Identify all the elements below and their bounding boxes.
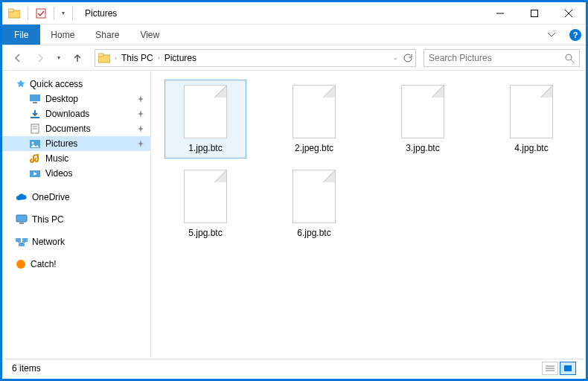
tab-share[interactable]: Share <box>85 25 130 45</box>
search-icon[interactable] <box>564 53 575 63</box>
sidebar-catch[interactable]: Catch! <box>2 257 150 272</box>
content-area: Quick access DesktopDownloadsDocumentsPi… <box>2 71 586 357</box>
pin-icon <box>137 125 144 132</box>
svg-rect-23 <box>22 238 28 242</box>
pin-icon <box>137 140 144 147</box>
catch-icon <box>16 259 26 269</box>
file-view[interactable]: 1.jpg.btc2.jpeg.btc3.jpg.btc4.jpg.btc5.j… <box>151 71 586 357</box>
file-item[interactable]: 4.jpg.btc <box>490 80 572 159</box>
file-thumbnail <box>184 170 227 223</box>
sidebar-item-label: Desktop <box>45 94 78 104</box>
file-item[interactable]: 5.jpg.btc <box>164 164 246 243</box>
svg-rect-21 <box>19 222 24 224</box>
svg-line-26 <box>22 242 25 243</box>
sidebar-item-label: Videos <box>45 168 72 179</box>
separator <box>54 7 54 20</box>
ribbon: File Home Share View ? <box>2 25 586 45</box>
close-button[interactable] <box>552 2 586 25</box>
sidebar-item-label: Music <box>45 153 68 164</box>
downloads-icon <box>29 109 41 119</box>
file-thumbnail <box>184 85 227 138</box>
back-button[interactable] <box>8 48 28 68</box>
title-bar: ▾ Pictures <box>2 2 586 25</box>
file-thumbnail <box>293 85 336 138</box>
forward-button[interactable] <box>31 48 50 68</box>
svg-point-27 <box>16 260 25 269</box>
breadcrumb-current[interactable]: Pictures <box>164 53 196 63</box>
svg-rect-31 <box>564 365 572 371</box>
sidebar-network[interactable]: Network <box>2 234 150 249</box>
svg-rect-2 <box>36 9 45 18</box>
sidebar-onedrive[interactable]: OneDrive <box>2 190 150 205</box>
window-controls <box>483 2 586 25</box>
file-name: 2.jpeg.btc <box>295 143 333 153</box>
star-icon <box>16 79 26 89</box>
properties-icon[interactable] <box>36 8 46 19</box>
pin-icon <box>137 110 144 118</box>
folder-icon <box>98 53 110 63</box>
details-view-button[interactable] <box>542 362 558 375</box>
sidebar-item-pictures[interactable]: Pictures <box>2 136 150 151</box>
address-bar[interactable]: › This PC › Pictures ⌵ <box>95 49 416 67</box>
expand-ribbon-button[interactable] <box>538 25 565 45</box>
svg-point-9 <box>566 54 572 60</box>
sidebar-item-videos[interactable]: Videos <box>2 166 150 181</box>
help-button[interactable]: ? <box>565 25 586 45</box>
videos-icon <box>29 168 41 179</box>
svg-rect-22 <box>16 238 21 242</box>
quick-access-header[interactable]: Quick access <box>2 77 150 92</box>
quick-access-label: Quick access <box>30 79 83 89</box>
svg-rect-4 <box>531 10 538 16</box>
chevron-right-icon[interactable]: › <box>158 54 160 62</box>
computer-icon <box>16 214 28 225</box>
item-count: 6 items <box>12 363 41 374</box>
file-name: 6.jpg.btc <box>297 228 330 238</box>
sidebar-thispc[interactable]: This PC <box>2 212 150 227</box>
file-name: 3.jpg.btc <box>406 143 439 153</box>
svg-rect-20 <box>16 215 27 222</box>
sidebar-item-label: Pictures <box>45 138 77 149</box>
navigation-bar: ▾ › This PC › Pictures ⌵ <box>2 45 586 71</box>
svg-rect-1 <box>8 9 13 12</box>
up-button[interactable] <box>68 48 87 68</box>
sidebar-item-music[interactable]: Music <box>2 151 150 166</box>
svg-rect-12 <box>33 102 37 103</box>
desktop-icon <box>29 94 41 104</box>
chevron-right-icon[interactable]: › <box>115 54 117 62</box>
file-thumbnail <box>401 85 444 138</box>
status-bar: 6 items <box>4 359 584 377</box>
sidebar-item-documents[interactable]: Documents <box>2 121 150 136</box>
cloud-icon <box>16 193 28 202</box>
minimize-button[interactable] <box>483 2 517 25</box>
recent-dropdown[interactable]: ▾ <box>53 48 65 68</box>
network-icon <box>16 237 28 247</box>
file-item[interactable]: 2.jpeg.btc <box>273 80 355 159</box>
file-tab[interactable]: File <box>2 25 40 45</box>
documents-icon <box>29 124 41 134</box>
svg-rect-13 <box>31 117 39 118</box>
sidebar-item-label: Downloads <box>45 109 89 119</box>
svg-rect-11 <box>30 95 40 101</box>
svg-point-18 <box>32 142 34 144</box>
search-input[interactable] <box>429 53 564 63</box>
window-title: Pictures <box>85 8 117 19</box>
file-thumbnail <box>510 85 553 138</box>
breadcrumb-root[interactable]: This PC <box>121 53 153 63</box>
maximize-button[interactable] <box>517 2 552 25</box>
file-item[interactable]: 1.jpg.btc <box>164 80 246 159</box>
refresh-button[interactable] <box>402 53 412 63</box>
file-item[interactable]: 3.jpg.btc <box>382 80 464 159</box>
sidebar-item-downloads[interactable]: Downloads <box>2 106 150 121</box>
separator <box>28 7 28 20</box>
thumbnail-view-button[interactable] <box>560 362 576 375</box>
tab-view[interactable]: View <box>130 25 170 45</box>
qat-dropdown-icon[interactable]: ▾ <box>62 10 65 16</box>
folder-icon <box>8 8 20 19</box>
svg-rect-24 <box>19 243 25 246</box>
search-box[interactable] <box>424 49 580 67</box>
file-item[interactable]: 6.jpg.btc <box>273 164 355 243</box>
svg-line-10 <box>571 60 574 63</box>
tab-home[interactable]: Home <box>40 25 85 45</box>
sidebar-item-desktop[interactable]: Desktop <box>2 92 150 106</box>
address-dropdown-icon[interactable]: ⌵ <box>394 54 397 61</box>
